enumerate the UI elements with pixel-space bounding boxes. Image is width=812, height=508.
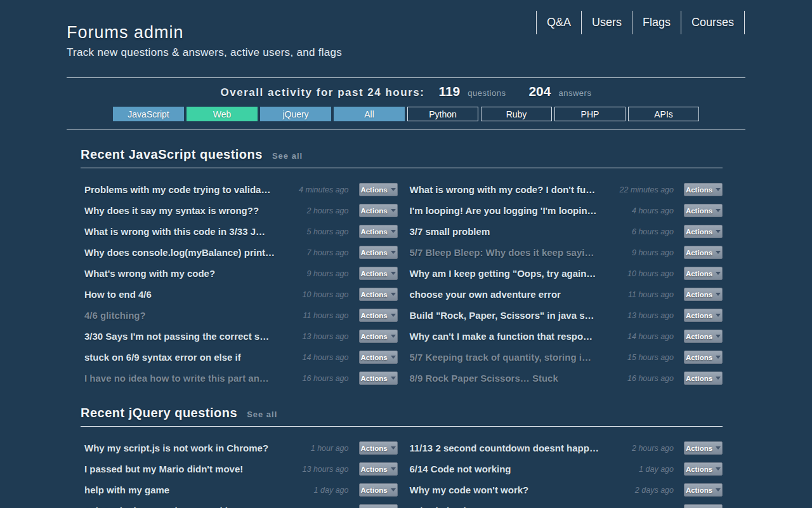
actions-button-label: Actions	[360, 249, 387, 257]
actions-dropdown-button[interactable]: Actions	[359, 309, 398, 322]
activity-stats: Overall activity for past 24 hours: 119 …	[67, 84, 745, 99]
question-title-link[interactable]: 4/6 glitching?	[81, 310, 296, 321]
question-title-link[interactable]: 14/14 Why is my code not working?	[81, 505, 303, 508]
question-item: 6/14 Code not working 1 day ago Actions	[406, 462, 723, 476]
nav-item-users[interactable]: Users	[581, 11, 632, 34]
filter-javascript-button[interactable]: JavaScript	[113, 107, 184, 121]
question-title-link[interactable]: choose your own adventure error	[406, 289, 622, 300]
chevron-down-icon	[716, 251, 721, 254]
question-title-link[interactable]: 5/7 Keeping track of quantity, storing i…	[406, 352, 622, 363]
question-item: What is wrong with this code in 3/33 J… …	[81, 225, 398, 238]
question-title-link[interactable]: I have no idea how to write this part an…	[81, 373, 296, 384]
question-item: I'm looping! Are you logging 'I'm loopin…	[406, 204, 723, 217]
actions-dropdown-button[interactable]: Actions	[359, 267, 398, 280]
actions-dropdown-button[interactable]: Actions	[684, 204, 723, 217]
actions-dropdown-button[interactable]: Actions	[359, 330, 398, 343]
actions-dropdown-button[interactable]: Actions	[684, 183, 723, 196]
filter-web-button[interactable]: Web	[187, 107, 258, 121]
activity-band: Overall activity for past 24 hours: 119 …	[67, 77, 745, 130]
question-timestamp: 1 day ago	[314, 486, 349, 495]
actions-button-label: Actions	[360, 312, 387, 319]
question-title-link[interactable]: Why does it say my syntax is wrong??	[81, 205, 300, 216]
filter-apis-button[interactable]: APIs	[628, 107, 699, 121]
question-title-link[interactable]: 8/9 Rock Paper Scissors… Stuck	[406, 373, 622, 384]
question-title-link[interactable]: What is wrong with this code in 3/33 J…	[81, 226, 300, 237]
topic-filter-row: JavaScript Web jQuery All Python Ruby PH…	[67, 107, 745, 121]
actions-button-label: Actions	[686, 249, 712, 257]
actions-dropdown-button[interactable]: Actions	[359, 183, 398, 196]
actions-dropdown-button[interactable]: Actions	[359, 225, 398, 238]
question-item: choose your own adventure error 11 hours…	[406, 288, 723, 301]
actions-dropdown-button[interactable]: Actions	[684, 225, 723, 238]
actions-dropdown-button[interactable]: Actions	[684, 351, 723, 364]
question-title-link[interactable]: 11/13 2 second countdown doesnt happ…	[406, 443, 625, 453]
actions-dropdown-button[interactable]: Actions	[684, 462, 723, 476]
section-title: Recent JavaScript questions	[81, 147, 263, 162]
actions-dropdown-button[interactable]: Actions	[359, 441, 398, 455]
question-item: 3/7 small problem 6 hours ago Actions	[406, 225, 723, 238]
question-timestamp: 5 hours ago	[306, 227, 348, 236]
filter-all-button[interactable]: All	[334, 107, 405, 121]
question-title-link[interactable]: How to end 4/6	[81, 289, 296, 300]
actions-dropdown-button[interactable]: Actions	[684, 288, 723, 301]
question-timestamp: 7 hours ago	[306, 248, 348, 257]
filter-php-button[interactable]: PHP	[554, 107, 625, 121]
actions-dropdown-button[interactable]: Actions	[359, 246, 398, 259]
see-all-link[interactable]: See all	[247, 410, 277, 419]
actions-dropdown-button[interactable]: Actions	[684, 330, 723, 343]
question-item: 14/14 Why is my code not working? 2 days…	[81, 504, 398, 508]
actions-dropdown-button[interactable]: Actions	[684, 441, 723, 455]
actions-dropdown-button[interactable]: Actions	[684, 483, 723, 497]
answers-count: 204	[528, 84, 551, 99]
question-title-link[interactable]: What's wrong with my code?	[81, 268, 300, 279]
question-title-link[interactable]: help with my game	[81, 485, 308, 495]
question-item: 4/6 glitching? 11 hours ago Actions	[81, 309, 398, 322]
question-title-link[interactable]: Why can't I make a function that respo…	[406, 331, 622, 342]
actions-dropdown-button[interactable]: Actions	[359, 462, 398, 476]
filter-ruby-button[interactable]: Ruby	[481, 107, 552, 121]
actions-dropdown-button[interactable]: Actions	[359, 371, 398, 385]
question-title-link[interactable]: 11/13 help please	[406, 505, 629, 508]
actions-dropdown-button[interactable]: Actions	[684, 309, 723, 322]
actions-dropdown-button[interactable]: Actions	[359, 204, 398, 217]
question-timestamp: 13 hours ago	[303, 332, 349, 341]
actions-button-label: Actions	[686, 486, 712, 494]
question-title-link[interactable]: I passed but my Mario didn't move!	[81, 464, 296, 474]
question-title-link[interactable]: stuck on 6/9 syntax error on else if	[81, 352, 296, 363]
question-title-link[interactable]: I'm looping! Are you logging 'I'm loopin…	[406, 205, 625, 216]
actions-dropdown-button[interactable]: Actions	[684, 504, 723, 508]
question-title-link[interactable]: What is wrong with my code? I don't fu…	[406, 184, 613, 195]
question-title-link[interactable]: Why am I keep getting "Oops, try again…	[406, 268, 622, 279]
question-title-link[interactable]: Why my code won't work?	[406, 485, 629, 495]
actions-button-label: Actions	[360, 228, 387, 236]
actions-button-label: Actions	[360, 375, 387, 382]
question-title-link[interactable]: 5/7 Bleep Bleep: Why does it keep sayi…	[406, 247, 625, 258]
filter-jquery-button[interactable]: jQuery	[260, 107, 331, 121]
question-timestamp: 2 days ago	[635, 486, 674, 495]
question-title-link[interactable]: Build "Rock, Paper, Scissors" in java s…	[406, 310, 622, 321]
question-title-link[interactable]: 6/14 Code not working	[406, 464, 633, 474]
actions-dropdown-button[interactable]: Actions	[359, 351, 398, 364]
actions-dropdown-button[interactable]: Actions	[359, 288, 398, 301]
actions-button-label: Actions	[686, 312, 712, 319]
filter-python-button[interactable]: Python	[407, 107, 478, 121]
nav-item-qa[interactable]: Q&A	[536, 11, 581, 34]
see-all-link[interactable]: See all	[272, 151, 303, 161]
actions-dropdown-button[interactable]: Actions	[684, 371, 723, 385]
actions-dropdown-button[interactable]: Actions	[359, 483, 398, 497]
question-title-link[interactable]: Problems with my code trying to valida…	[81, 184, 292, 195]
chevron-down-icon	[391, 377, 396, 380]
actions-dropdown-button[interactable]: Actions	[359, 504, 398, 508]
question-item: 11/13 2 second countdown doesnt happ… 2 …	[406, 441, 723, 455]
question-timestamp: 2 hours ago	[632, 444, 674, 453]
actions-dropdown-button[interactable]: Actions	[684, 267, 723, 280]
question-item: 5/7 Bleep Bleep: Why does it keep sayi… …	[406, 246, 723, 259]
nav-item-flags[interactable]: Flags	[632, 11, 681, 34]
actions-dropdown-button[interactable]: Actions	[684, 246, 723, 259]
question-title-link[interactable]: Why my script.js is not work in Chrome?	[81, 443, 304, 453]
question-title-link[interactable]: 3/7 small problem	[406, 226, 625, 237]
question-title-link[interactable]: 3/30 Says I'm not passing the correct s…	[81, 331, 296, 342]
question-title-link[interactable]: Why does console.log(myBalance) print…	[81, 247, 300, 258]
question-timestamp: 4 minutes ago	[299, 185, 349, 194]
nav-item-courses[interactable]: Courses	[681, 11, 745, 34]
